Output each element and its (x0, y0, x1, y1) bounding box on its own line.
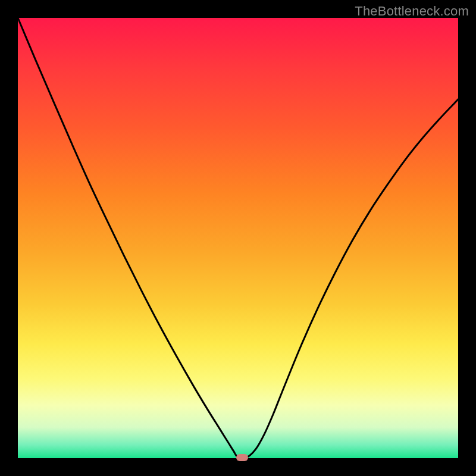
optimum-marker (236, 454, 248, 461)
chart-frame: TheBottleneck.com (0, 0, 476, 476)
curve-svg (18, 18, 458, 458)
plot-area (18, 18, 458, 458)
bottleneck-curve (18, 18, 458, 458)
watermark-text: TheBottleneck.com (355, 4, 469, 19)
